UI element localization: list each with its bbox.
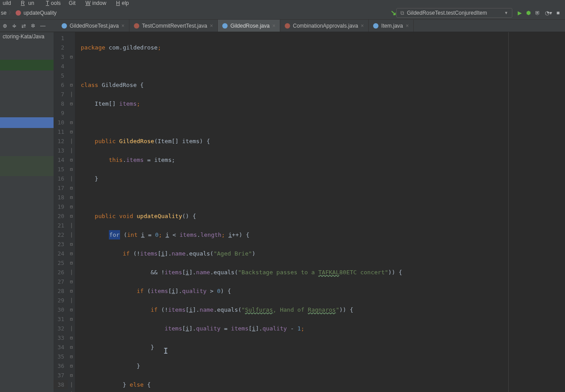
tab-gildedrosetest[interactable]: GildedRoseTest.java× <box>57 20 129 32</box>
tab-label: GildedRose.java <box>230 23 270 29</box>
tab-label: GildedRoseTest.java <box>70 23 119 29</box>
editor-tabs: GildedRoseTest.java× TestCommitRevertTes… <box>57 20 414 32</box>
close-icon[interactable]: × <box>406 23 409 29</box>
run-icon[interactable]: ▶ <box>518 10 522 16</box>
method-icon <box>16 10 21 16</box>
profiler-icon[interactable]: ◔▾ <box>545 10 552 16</box>
tab-gildedrose[interactable]: GildedRose.java× <box>218 20 280 32</box>
tree-path[interactable]: ctoring-Kata/Java <box>0 32 54 41</box>
menu-build[interactable]: uild <box>1 0 13 6</box>
menu-git[interactable]: Git <box>67 0 77 6</box>
run-config-icon: ⧉ <box>400 10 404 16</box>
tab-combinationapprovals[interactable]: CombinationApprovals.java× <box>280 20 369 32</box>
debug-icon[interactable]: ⬢ <box>526 10 531 16</box>
editor-margin <box>509 32 565 392</box>
java-file-icon <box>373 23 378 29</box>
coverage-icon[interactable]: ⛨ <box>535 10 540 16</box>
minimize-icon[interactable]: — <box>40 23 46 29</box>
select-opened-icon[interactable]: ⊕ <box>3 23 7 29</box>
tree-item-selected[interactable] <box>0 117 54 128</box>
breadcrumb-sep: 〉 <box>8 9 14 17</box>
tab-testcommitrevert[interactable]: TestCommitRevertTest.java× <box>129 20 218 32</box>
java-file-icon <box>222 23 228 29</box>
menu-help[interactable]: Help <box>112 0 131 6</box>
run-configuration-label: GildedRoseTest.testConjuredItem <box>407 10 487 16</box>
project-tree[interactable]: ctoring-Kata/Java <box>0 32 54 392</box>
java-file-icon <box>62 23 67 29</box>
close-icon[interactable]: × <box>210 23 213 29</box>
line-number-gutter[interactable]: 1234567891011121314151617181920212223242… <box>54 32 68 392</box>
menu-window[interactable]: Window <box>82 0 108 6</box>
text-cursor-icon: I <box>163 346 168 355</box>
test-file-icon <box>134 23 139 29</box>
tree-item[interactable] <box>0 60 54 70</box>
flatten-icon[interactable]: ⇄ <box>21 23 26 29</box>
breadcrumb-item[interactable]: se <box>1 10 7 16</box>
tab-label: TestCommitRevertTest.java <box>142 23 207 29</box>
toolbar-row: ⊕ ≑ ⇄ ✲ — GildedRoseTest.java× TestCommi… <box>0 20 565 32</box>
chevron-down-icon: ▼ <box>504 11 508 15</box>
menu-bar[interactable]: uild Run Tools Git Window Help <box>0 0 565 6</box>
close-icon[interactable]: × <box>121 23 125 29</box>
code-editor[interactable]: package com.gildedrose; class GildedRose… <box>75 32 509 392</box>
menu-tools[interactable]: Tools <box>42 0 62 6</box>
tab-item[interactable]: Item.java× <box>369 20 414 32</box>
breadcrumbs[interactable]: se 〉 updateQuality <box>0 9 391 17</box>
settings-icon[interactable]: ✲ <box>31 23 35 29</box>
tree-item[interactable] <box>0 156 54 176</box>
test-file-icon <box>285 23 290 29</box>
navigation-bar: se 〉 updateQuality ↘ ⧉ GildedRoseTest.te… <box>0 6 565 20</box>
build-project-icon[interactable]: ↘ <box>391 8 396 17</box>
close-icon[interactable]: × <box>272 23 275 29</box>
tab-label: CombinationApprovals.java <box>293 23 358 29</box>
run-configuration-dropdown[interactable]: ⧉ GildedRoseTest.testConjuredItem ▼ <box>396 8 512 18</box>
close-icon[interactable]: × <box>361 23 364 29</box>
project-toolbar: ⊕ ≑ ⇄ ✲ — <box>0 23 54 29</box>
fold-gutter[interactable]: ⊟⊟│⊟⊟⊟││⊟⊟│⊟⊟⊟⊟││⊟⊟⊟│⊟⊟│⊟⊟│⊟⊟⊟⊟⊟││ <box>68 32 75 392</box>
menu-run[interactable]: Run <box>17 0 38 6</box>
tab-label: Item.java <box>381 23 403 29</box>
stop-icon[interactable]: ■ <box>557 10 560 16</box>
breadcrumb-item[interactable]: updateQuality <box>24 10 57 16</box>
expand-all-icon[interactable]: ≑ <box>12 23 17 29</box>
